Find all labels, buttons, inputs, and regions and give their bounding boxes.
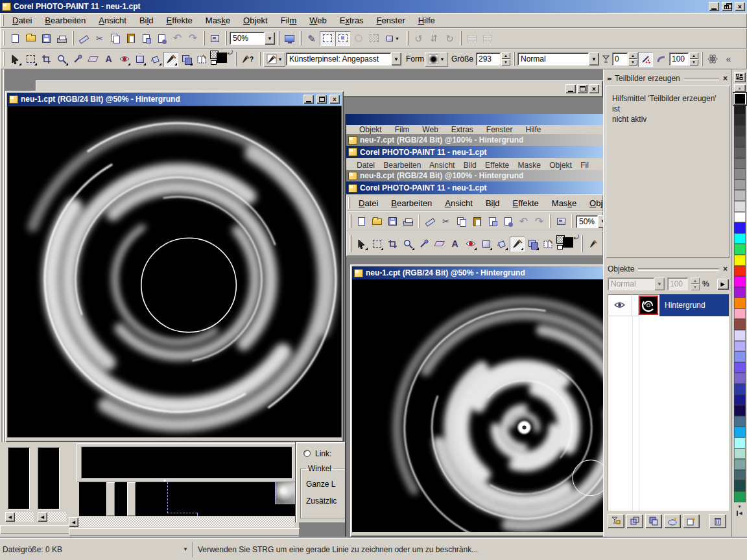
paint-paper-colors[interactable]: ⤾ xyxy=(210,51,232,67)
fragment-hscrollbar-long[interactable]: ◀ xyxy=(69,517,294,527)
palette-swatch[interactable] xyxy=(734,480,746,491)
palette-swatch[interactable] xyxy=(734,459,746,470)
inner-object-transparency-tool[interactable] xyxy=(525,237,540,251)
inner-pick-tool[interactable] xyxy=(354,237,369,251)
minimize-button[interactable] xyxy=(709,2,719,11)
palette-swatch[interactable] xyxy=(734,330,746,341)
toolbar-grip[interactable] xyxy=(300,31,302,45)
toolbar-grip[interactable] xyxy=(3,31,5,45)
undo-button[interactable]: ↶ xyxy=(170,31,185,46)
inner-export-button[interactable] xyxy=(554,214,569,229)
acquire-image-button[interactable] xyxy=(154,31,169,46)
red-eye-removal-tool[interactable] xyxy=(117,52,132,67)
cut-button[interactable]: ✂ xyxy=(92,31,107,46)
palette-swatch[interactable] xyxy=(734,319,746,330)
doc2-title-bar[interactable]: neu-1.cpt (RGB/24 Bit) @50% - Hintergrun… xyxy=(352,266,603,279)
paint-mode-combo[interactable]: Normal ▼ xyxy=(517,52,599,65)
palette-scroll-up-button[interactable]: ▲ xyxy=(734,84,746,92)
inner-paint-paper-colors[interactable]: ⤾ xyxy=(556,235,578,252)
fill-color-swatch[interactable] xyxy=(211,60,217,65)
paper-color-swatch[interactable] xyxy=(217,52,227,63)
palette-scroll-down-icon[interactable]: ▼ xyxy=(737,504,743,509)
zoom-dropdown-button[interactable]: ▼ xyxy=(265,32,275,45)
zoom-level-value[interactable]: 50% xyxy=(230,32,265,45)
inner-zoom-dropdown[interactable]: ▼ xyxy=(598,215,603,228)
cascade-titlebar-fragment[interactable] xyxy=(346,114,603,125)
inner-toolbar-grip[interactable] xyxy=(350,215,351,229)
new-lens-button[interactable] xyxy=(664,514,681,528)
inner-rect-mask-tool[interactable] xyxy=(370,237,385,251)
script-pen-button[interactable]: ✎ xyxy=(304,31,319,46)
eraser-tool[interactable] xyxy=(86,52,101,67)
propbar-grip[interactable] xyxy=(259,52,261,66)
combine-objects-button[interactable] xyxy=(645,514,662,528)
scroll-left-button[interactable]: ◀ xyxy=(38,512,47,522)
toolbox-grip[interactable] xyxy=(3,52,5,66)
inner-eraser-tool[interactable] xyxy=(432,237,447,251)
menu-grip[interactable] xyxy=(2,15,4,25)
transparency-tool-button[interactable] xyxy=(600,52,611,67)
palette-swatch[interactable] xyxy=(734,384,746,395)
fill-color-swatch[interactable] xyxy=(557,245,563,250)
paint-mode-dropdown-button[interactable]: ▼ xyxy=(589,52,599,65)
cascade-title-neu7[interactable]: neu-7.cpt (RGB/24 Bit) @100% - Hintergru… xyxy=(346,134,603,146)
transparency-input[interactable]: 0 xyxy=(612,52,628,65)
nib-shape-dropdown[interactable]: ▼ xyxy=(425,52,448,67)
export-button[interactable] xyxy=(208,31,222,46)
palette-swatch[interactable] xyxy=(734,201,746,212)
palette-swatch[interactable] xyxy=(734,115,746,126)
palette-swatch[interactable] xyxy=(734,470,746,481)
fullscreen-preview-button[interactable] xyxy=(282,31,297,46)
inner-menu-effekte[interactable]: Effekte xyxy=(506,196,545,210)
expand-docker-icon[interactable]: ▸▸ xyxy=(608,75,611,82)
layer-name-cell[interactable]: Hintergrund xyxy=(659,294,729,316)
menu-fenster[interactable]: Fenster xyxy=(370,14,412,27)
inner-zoom-tool[interactable] xyxy=(401,237,416,251)
ganze-option-label[interactable]: Ganze L xyxy=(306,480,345,489)
inner-image-slicing-tool[interactable] xyxy=(541,237,556,251)
inner-rectangle-tool[interactable] xyxy=(479,237,493,251)
inner-undo-button[interactable]: ↶ xyxy=(516,214,531,229)
scroll-track[interactable] xyxy=(78,517,294,527)
palette-swatch[interactable] xyxy=(734,147,746,158)
inner-zoom-value[interactable]: 50% xyxy=(576,215,598,228)
duplicate-object-button[interactable] xyxy=(626,514,643,528)
objekte-flyout-button[interactable]: ▶ xyxy=(717,279,729,290)
layer-thumbnail[interactable] xyxy=(639,296,658,315)
toolbar-grip[interactable] xyxy=(460,31,462,45)
opacity-input[interactable]: 100 xyxy=(669,52,689,65)
doc1-canvas[interactable] xyxy=(7,106,342,438)
inner-cut-button[interactable]: ✂ xyxy=(438,214,453,229)
palette-swatch[interactable] xyxy=(734,233,746,244)
propbar-grip[interactable] xyxy=(701,52,703,66)
cascade-title-neu8[interactable]: neu-8.cpt (RGB/24 Bit) @100% - Hintergru… xyxy=(346,170,603,181)
menu-hilfe[interactable]: Hilfe xyxy=(412,14,442,27)
inner-menu-bearbeiten[interactable]: Bearbeiten xyxy=(385,196,438,210)
transparency-spinner[interactable]: ▲▼ xyxy=(628,52,637,65)
scroll-left-button[interactable]: ◀ xyxy=(69,517,78,527)
size-input[interactable]: 293 xyxy=(476,52,501,65)
reset-colors-icon[interactable]: ⤾ xyxy=(228,49,233,56)
inner-toolbar-grip[interactable] xyxy=(571,215,573,229)
palette-swatch[interactable] xyxy=(734,180,746,191)
palette-swatch[interactable] xyxy=(734,93,746,104)
open-button[interactable] xyxy=(23,31,38,46)
inner-menu-bild[interactable]: Bild xyxy=(479,196,506,210)
fragment-hscrollbar[interactable]: ◀ xyxy=(5,512,34,522)
paint-tool[interactable] xyxy=(163,52,178,67)
bg-close-button[interactable]: × xyxy=(589,84,599,93)
menu-extras[interactable]: Extras xyxy=(333,14,370,27)
new-document-button[interactable] xyxy=(8,31,23,46)
palette-swatch[interactable] xyxy=(734,158,746,169)
pick-tool[interactable] xyxy=(8,52,23,67)
menu-objekt[interactable]: Objekt xyxy=(237,14,274,27)
inner-paste-as-object-button[interactable] xyxy=(485,214,500,229)
bg-minimize-button[interactable] xyxy=(565,84,576,93)
scroll-left-button[interactable]: ◀ xyxy=(5,512,15,522)
inner-toolbar-grip[interactable] xyxy=(418,215,420,229)
toolbar-grip[interactable] xyxy=(72,31,74,45)
palette-swatch[interactable] xyxy=(734,276,746,287)
object-transparency-tool[interactable] xyxy=(179,52,194,67)
zoom-level-combo[interactable]: 50% ▼ xyxy=(230,32,275,45)
palette-swatch[interactable] xyxy=(734,373,746,384)
